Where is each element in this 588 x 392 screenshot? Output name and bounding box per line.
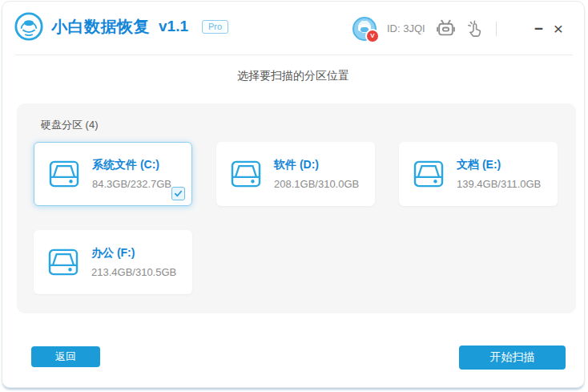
partition-name: 系统文件 (C:)	[92, 158, 171, 172]
back-button[interactable]: 返回	[31, 346, 100, 367]
partition-card-f[interactable]: 办公 (F:) 213.4GB/310.5GB	[34, 230, 192, 294]
partition-size: 139.4GB/311.0GB	[457, 178, 541, 190]
partition-size: 84.3GB/232.7GB	[92, 178, 171, 190]
partition-checkbox-checked[interactable]	[171, 187, 185, 200]
partition-name: 软件 (D:)	[274, 158, 359, 172]
partition-size: 213.4GB/310.5GB	[91, 266, 176, 278]
partitions-panel: 硬盘分区 (4) 系统文件 (C:) 84.3GB/232.7GB	[17, 103, 576, 313]
partition-info: 软件 (D:) 208.1GB/310.0GB	[274, 158, 359, 190]
brand: 小白数据恢复 v1.1 Pro	[14, 11, 228, 42]
app-logo-icon	[14, 11, 44, 42]
partition-name: 办公 (F:)	[91, 246, 176, 261]
minimize-button[interactable]: −	[534, 21, 543, 36]
partition-size: 208.1GB/310.0GB	[274, 178, 359, 190]
partition-info: 办公 (F:) 213.4GB/310.5GB	[91, 246, 176, 278]
pro-badge: Pro	[202, 20, 228, 34]
titlebar-divider	[496, 22, 497, 36]
user-id-label: ID: 3JQI	[387, 22, 425, 34]
hard-drive-icon	[413, 160, 444, 188]
close-button[interactable]: ×	[554, 20, 563, 37]
page-title: 选择要扫描的分区位置	[2, 69, 584, 83]
hard-drive-icon	[48, 249, 79, 276]
partition-card-e[interactable]: 文档 (E:) 139.4GB/311.0GB	[399, 142, 558, 206]
touch-click-icon[interactable]	[466, 20, 484, 38]
partition-name: 文档 (E:)	[457, 158, 541, 172]
start-scan-button[interactable]: 开始扫描	[459, 346, 566, 370]
vip-badge-icon: V	[365, 29, 380, 43]
partition-card-d[interactable]: 软件 (D:) 208.1GB/310.0GB	[216, 142, 375, 206]
partition-info: 文档 (E:) 139.4GB/311.0GB	[457, 158, 541, 190]
titlebar-actions: V ID: 3JQI −	[352, 2, 563, 55]
partition-info: 系统文件 (C:) 84.3GB/232.7GB	[92, 158, 171, 190]
app-window: 小白数据恢复 v1.1 Pro V ID: 3JQI	[2, 1, 585, 388]
app-version: v1.1	[159, 18, 188, 35]
user-avatar[interactable]: V	[352, 17, 377, 41]
hard-drive-icon	[231, 160, 261, 188]
robot-assistant-icon[interactable]	[436, 18, 456, 38]
app-title: 小白数据恢复	[51, 16, 150, 38]
menu-icon[interactable]	[509, 23, 524, 34]
hard-drive-icon	[49, 160, 79, 188]
titlebar: 小白数据恢复 v1.1 Pro V ID: 3JQI	[2, 2, 584, 55]
panel-title: 硬盘分区 (4)	[41, 118, 99, 132]
partition-card-c[interactable]: 系统文件 (C:) 84.3GB/232.7GB	[34, 142, 192, 206]
